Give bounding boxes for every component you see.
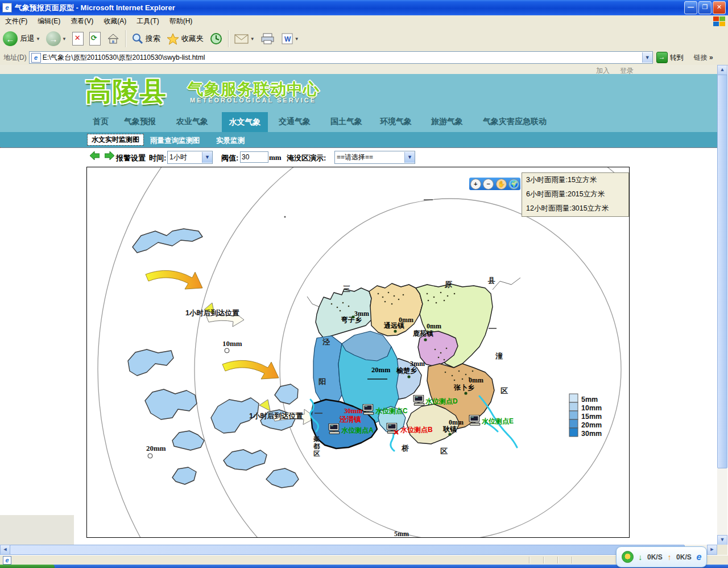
flood-select[interactable]: ==请选择==▼ <box>334 151 415 164</box>
minimize-button[interactable]: — <box>684 1 697 14</box>
network-speed-widget[interactable]: ↓ 0K/S ↑ 0K/S e <box>616 546 707 567</box>
window-ie-icon: e <box>2 3 12 13</box>
threshold-input[interactable] <box>240 151 268 163</box>
subnav-realtime-active[interactable]: 水文实时监测图 <box>88 134 143 145</box>
close-button[interactable]: ✕ <box>713 1 726 14</box>
nav-home[interactable]: 首页 <box>93 117 109 127</box>
next-arrow-button[interactable] <box>105 151 114 160</box>
town-marker <box>464 392 467 394</box>
address-dropdown-button[interactable]: ▼ <box>642 52 652 63</box>
rain-3h: 3小时面雨量:15立方米 <box>526 173 628 187</box>
nav-land[interactable]: 国土气象 <box>330 117 362 127</box>
start-button[interactable] <box>0 565 55 568</box>
alert-rain-label: 30mm <box>344 407 362 415</box>
status-separator <box>543 557 544 563</box>
station-a-label: 水位测点A <box>341 426 374 434</box>
station-a-icon[interactable] <box>329 423 340 434</box>
menu-file[interactable]: 文件(F) <box>0 15 32 27</box>
edit-button[interactable]: W▼ <box>278 29 302 48</box>
menu-help[interactable]: 帮助(H) <box>164 15 198 27</box>
town-marker <box>448 433 451 435</box>
map-canvas[interactable]: 1小时后到达位置 1小时后到达位置 <box>86 167 630 538</box>
menu-edit[interactable]: 编辑(E) <box>32 15 65 27</box>
station-d-icon[interactable] <box>413 395 424 405</box>
horizontal-scrollbar[interactable]: ◄ ► <box>0 545 717 555</box>
menu-view[interactable]: 查看(V) <box>65 15 98 27</box>
search-button[interactable]: 搜索 <box>129 29 163 48</box>
go-button[interactable]: → 转到 <box>656 52 684 63</box>
maximize-button[interactable]: ❐ <box>698 1 712 14</box>
map-globe-icon[interactable]: 🌍 <box>508 179 519 190</box>
download-arrow-icon: ↓ <box>638 553 642 562</box>
prev-arrow-button[interactable] <box>90 151 100 160</box>
address-input[interactable]: e E:\气象台\原型20110530\原型20110530\swyb-list… <box>29 51 653 64</box>
back-button[interactable]: ← 后退▼ <box>0 29 43 48</box>
town-yuchu: 榆楚乡 <box>396 367 417 374</box>
rain-volume-infobox: 3小时面雨量:15立方米 6小时面雨量:2015立方米 12小时面雨量:3015… <box>522 172 629 217</box>
menu-tools[interactable]: 工具(T) <box>131 15 164 27</box>
brand-county: 高陵县 <box>85 74 167 109</box>
nav-environment[interactable]: 环境气象 <box>380 117 412 127</box>
time-select[interactable]: 1小时▼ <box>167 151 213 164</box>
station-c-label: 水位测点C <box>375 407 408 415</box>
time-select-arrow-icon[interactable]: ▼ <box>202 152 212 163</box>
history-icon <box>209 32 223 46</box>
nav-hydrology-active[interactable]: 水文气象 <box>222 112 268 132</box>
map-zoom-in-icon[interactable]: + <box>470 179 481 190</box>
stop-icon: ✕ <box>72 32 84 46</box>
scroll-left-icon[interactable]: ◄ <box>0 545 10 555</box>
neighbor-qindu-2: 都 <box>313 443 320 450</box>
status-separator <box>572 557 573 563</box>
nav-tourism[interactable]: 旅游气象 <box>431 117 463 127</box>
refresh-icon: ⟳ <box>89 32 101 46</box>
mail-button[interactable]: ▼ <box>231 29 258 48</box>
ring-marker-20mm <box>148 454 152 458</box>
home-button[interactable] <box>104 29 123 48</box>
town-marker <box>351 315 354 318</box>
horizontal-scroll-thumb[interactable] <box>10 545 685 555</box>
scroll-up-icon[interactable]: ▲ <box>717 65 727 75</box>
address-url: E:\气象台\原型20110530\原型20110530\swyb-list.h… <box>43 53 642 63</box>
station-c-icon[interactable] <box>363 404 374 414</box>
station-e[interactable]: 水位测点E <box>469 415 514 425</box>
vertical-scroll-thumb[interactable] <box>717 75 727 468</box>
vertical-scrollbar[interactable]: ▲ ▼ <box>717 65 727 545</box>
favorites-button[interactable]: 收藏夹 <box>163 29 206 48</box>
browser-toolbar: ← 后退▼ →▼ ✕ ⟳ 搜索 收藏夹 ▼ <box>0 27 728 51</box>
360-safety-icon <box>622 551 634 563</box>
town-wanzi: 弯子乡 <box>341 316 362 324</box>
download-speed: 0K/S <box>647 553 663 561</box>
history-button[interactable] <box>206 29 226 48</box>
favorites-star-icon <box>166 32 180 45</box>
links-label[interactable]: 链接 » <box>694 53 713 63</box>
nav-traffic[interactable]: 交通气象 <box>279 117 311 127</box>
station-e-icon[interactable] <box>469 415 480 425</box>
menu-favorites[interactable]: 收藏(A) <box>98 15 131 27</box>
nav-forecast[interactable]: 气象预报 <box>124 117 156 127</box>
neighbor-lintong-1: 潼 <box>495 352 503 360</box>
nav-disaster[interactable]: 气象灾害应急联动 <box>483 117 547 127</box>
subnav-live-view[interactable]: 实景监测 <box>216 136 245 146</box>
ring-label-5mm: 5mm <box>394 530 409 537</box>
browser-window: e 气象预报页面原型 - Microsoft Internet Explorer… <box>0 0 728 568</box>
scroll-down-icon[interactable]: ▼ <box>717 535 727 545</box>
map-zoom-out-icon[interactable]: − <box>483 179 494 190</box>
subnav-rain-query[interactable]: 雨量查询监测图 <box>150 136 200 146</box>
rain-12h: 12小时面雨量:3015立方米 <box>526 201 628 216</box>
neighbor-sanyuan-3: 县 <box>487 276 495 285</box>
refresh-button[interactable]: ⟳ <box>86 29 104 48</box>
legend-5mm: 5mm <box>581 396 598 404</box>
print-button[interactable] <box>258 29 278 48</box>
station-e-label: 水位测点E <box>481 417 514 425</box>
flood-select-arrow-icon[interactable]: ▼ <box>404 152 415 163</box>
toolbar-separator <box>228 30 229 47</box>
forward-button[interactable]: →▼ <box>43 29 69 48</box>
scroll-right-icon[interactable]: ► <box>707 545 717 555</box>
town-marker <box>424 338 427 341</box>
map-pan-hand-icon[interactable]: ✋ <box>496 179 507 190</box>
mail-icon <box>234 33 249 44</box>
upload-arrow-icon: ↑ <box>667 553 671 562</box>
stop-button[interactable]: ✕ <box>69 29 86 48</box>
nav-agriculture[interactable]: 农业气象 <box>176 117 208 127</box>
arrival-label-1: 1小时后到达位置 <box>185 309 239 317</box>
